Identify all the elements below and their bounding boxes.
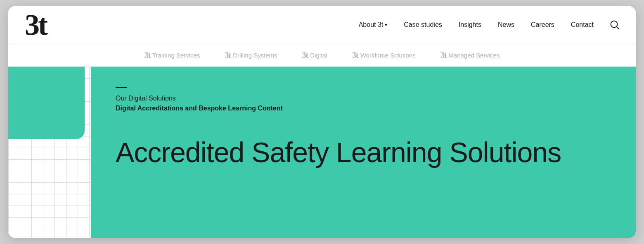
header: 3t About 3t ▾ Case studies Insights News…	[8, 6, 636, 67]
search-icon	[610, 20, 619, 29]
nav-about[interactable]: About 3t ▾	[359, 21, 388, 29]
sub-nav-workforce[interactable]: 3t Workforce Solutions	[352, 50, 416, 60]
hero-panel: Our Digital Solutions Digital Accreditat…	[91, 67, 636, 238]
grid-sidebar	[8, 67, 91, 238]
logo[interactable]: 3t	[25, 10, 46, 40]
logo-area: 3t	[25, 10, 97, 40]
dash-decoration	[116, 87, 127, 88]
teal-corner-overlay	[8, 67, 85, 139]
main-nav: About 3t ▾ Case studies Insights News Ca…	[359, 20, 619, 29]
browser-frame: 3t About 3t ▾ Case studies Insights News…	[8, 6, 636, 238]
main-content: Our Digital Solutions Digital Accreditat…	[8, 67, 636, 238]
sub-nav: 3t Training Services 3t Drilling Systems…	[8, 43, 636, 67]
nav-contact[interactable]: Contact	[571, 21, 594, 29]
svg-line-1	[617, 26, 619, 29]
search-button[interactable]	[610, 20, 619, 29]
nav-news[interactable]: News	[498, 21, 514, 29]
nav-case-studies[interactable]: Case studies	[404, 21, 442, 29]
chevron-down-icon: ▾	[385, 22, 387, 28]
nav-insights[interactable]: Insights	[459, 21, 481, 29]
nav-careers[interactable]: Careers	[531, 21, 554, 29]
hero-subtitle: Our Digital Solutions	[116, 95, 611, 102]
sub-nav-managed[interactable]: 3t Managed Services	[440, 50, 500, 60]
sub-nav-drilling[interactable]: 3t Drilling Systems	[225, 50, 277, 60]
hero-headline: Accredited Safety Learning Solutions	[116, 137, 570, 168]
sub-nav-digital[interactable]: 3t Digital	[302, 50, 327, 60]
sub-nav-training[interactable]: 3t Training Services	[144, 50, 200, 60]
top-nav: 3t About 3t ▾ Case studies Insights News…	[8, 6, 636, 43]
hero-subtitle-bold: Digital Accreditations and Bespoke Learn…	[116, 105, 611, 112]
